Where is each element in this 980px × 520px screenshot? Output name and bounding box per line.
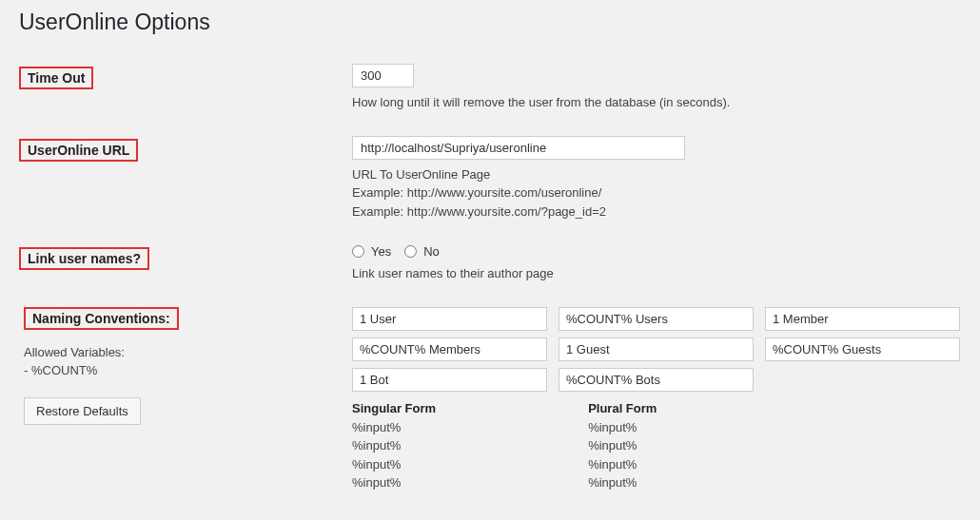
timeout-label: Time Out — [19, 67, 93, 89]
link-names-label: Link user names? — [19, 247, 149, 270]
singular-form-list: %input% %input% %input% %input% — [352, 418, 436, 492]
naming-user-singular-input[interactable] — [352, 307, 547, 331]
singular-form-heading: Singular Form — [352, 401, 436, 415]
link-names-yes-label: Yes — [371, 244, 391, 259]
link-names-no-label: No — [423, 244, 440, 259]
link-names-no-radio[interactable] — [404, 245, 417, 258]
link-names-desc: Link user names to their author page — [352, 264, 961, 283]
restore-defaults-button[interactable]: Restore Defaults — [24, 397, 141, 425]
plural-form-list: %input% %input% %input% %input% — [588, 418, 657, 492]
url-desc: URL To UserOnline Page Example: http://w… — [352, 165, 961, 221]
naming-guest-singular-input[interactable] — [559, 337, 754, 361]
naming-user-plural-input[interactable] — [559, 307, 754, 331]
naming-bot-plural-input[interactable] — [559, 368, 754, 392]
naming-bot-singular-input[interactable] — [352, 368, 547, 392]
timeout-input[interactable] — [352, 64, 414, 87]
url-input[interactable] — [352, 136, 685, 160]
page-title: UserOnline Options — [19, 10, 961, 35]
allowed-vars: Allowed Variables: - %COUNT% — [24, 343, 352, 380]
naming-member-plural-input[interactable] — [352, 337, 547, 361]
naming-label: Naming Conventions: — [24, 307, 179, 330]
naming-guest-plural-input[interactable] — [765, 337, 960, 361]
link-names-yes-radio[interactable] — [352, 245, 364, 258]
timeout-desc: How long until it will remove the user f… — [352, 93, 961, 112]
naming-member-singular-input[interactable] — [765, 307, 960, 331]
url-label: UserOnline URL — [19, 139, 138, 162]
plural-form-heading: Plural Form — [588, 401, 657, 415]
